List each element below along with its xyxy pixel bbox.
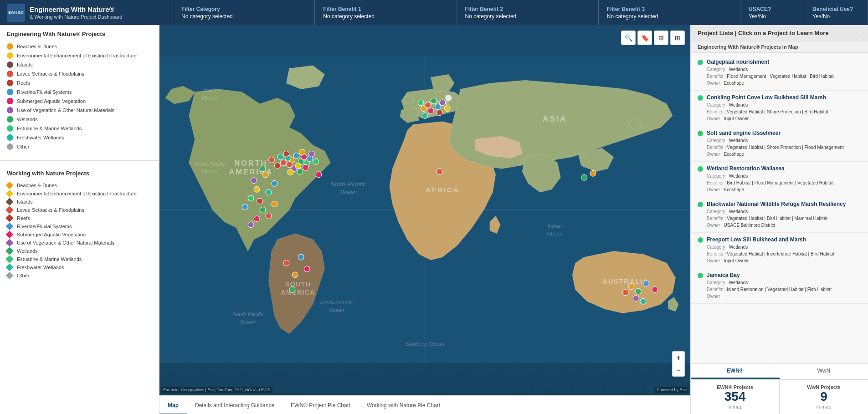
- project-item[interactable]: Conkling Point Cove Low Bulkhead Sill Ma…: [691, 91, 868, 126]
- projects-list: Galgeplaat nourishment Category | Wetlan…: [691, 53, 868, 363]
- legend-diamond: [6, 206, 14, 214]
- ewn-stats: EWN® Projects 354 in map: [691, 380, 780, 414]
- tab-ewn®-project-pie-chart[interactable]: EWN® Project Pie Chart: [282, 397, 359, 414]
- logo-subtitle: & Working with Nature Project Dashboard: [30, 14, 122, 20]
- legend-diamond: [6, 264, 14, 271]
- ewn-legend-item[interactable]: Freshwater Wetlands: [7, 133, 152, 142]
- wwn-legend-item[interactable]: Other: [7, 271, 152, 280]
- svg-point-77: [289, 286, 295, 292]
- svg-point-82: [437, 169, 442, 174]
- filter-filter-benefit3[interactable]: Filter Benefit 3No category selected: [599, 0, 740, 25]
- wwn-legend-item[interactable]: Submerged Aquatic Vegetation: [7, 230, 152, 239]
- logo: EWN GO Engineering With Nature® & Workin…: [0, 0, 173, 25]
- ewn-legend-item[interactable]: Use of Vegetation & Other Natural Materi…: [7, 106, 152, 115]
- svg-point-47: [268, 157, 274, 163]
- filter-filter-beneficial-use[interactable]: Beneficial Use?Yes/No: [804, 0, 868, 25]
- project-item[interactable]: Galgeplaat nourishment Category | Wetlan…: [691, 55, 868, 91]
- wwn-legend-item[interactable]: Wetlands: [7, 247, 152, 255]
- layers-button[interactable]: ⊞: [654, 31, 668, 45]
- wwn-section-title: Working with Nature Projects: [7, 170, 152, 177]
- wwn-legend-section: Working with Nature Projects Beaches & D…: [0, 164, 159, 285]
- legend-diamond: [6, 272, 14, 280]
- svg-point-41: [277, 154, 283, 160]
- wwn-legend-item[interactable]: Levee Setbacks & Floodplains: [7, 206, 152, 214]
- header: EWN GO Engineering With Nature® & Workin…: [0, 0, 868, 25]
- wwn-legend-item[interactable]: Use of Vegetation & Other Natural Materi…: [7, 239, 152, 247]
- wwn-legend-item[interactable]: Environmental Enhancement of Existing In…: [7, 189, 152, 198]
- zoom-in-button[interactable]: +: [672, 351, 685, 364]
- ewn-legend-item[interactable]: Submerged Aquatic Vegetation: [7, 97, 152, 106]
- legend-dot: [7, 71, 13, 77]
- wwn-legend-item[interactable]: Estuarine & Marine Wetlands: [7, 255, 152, 263]
- ewn-legend-item[interactable]: Environmental Enhancement of Existing In…: [7, 51, 152, 60]
- svg-point-45: [272, 180, 277, 186]
- legend-diamond: [6, 247, 14, 255]
- right-panel: Project Lists | Click on a Project to Le…: [690, 25, 868, 414]
- legend-dot: [7, 143, 13, 150]
- svg-point-65: [428, 108, 434, 114]
- wwn-legend-item[interactable]: Reefs: [7, 214, 152, 222]
- ewn-legend-item[interactable]: Other: [7, 142, 152, 151]
- svg-point-61: [431, 98, 437, 104]
- bookmark-button[interactable]: 🔖: [637, 31, 652, 45]
- legend-dot: [7, 52, 13, 59]
- legend-dot: [7, 134, 13, 141]
- project-item[interactable]: Freeport Low Sill Bulkhead and Marsh Cat…: [691, 233, 868, 268]
- legend-dot: [7, 116, 13, 123]
- svg-point-44: [263, 172, 269, 178]
- svg-point-56: [260, 207, 266, 213]
- tab-details-and-interacting-guidance[interactable]: Details and Interacting Guidance: [187, 397, 282, 414]
- ewn-legend-item[interactable]: Beaches & Dunes: [7, 42, 152, 51]
- ewn-section-title: Engineering With Nature® Projects: [7, 31, 152, 37]
- svg-point-85: [446, 95, 452, 101]
- filter-filter-category[interactable]: Filter CategoryNo category selected: [173, 0, 315, 25]
- ewn-legend-item[interactable]: Levee Setbacks & Floodplains: [7, 69, 152, 78]
- svg-text:Arctic: Arctic: [202, 87, 216, 93]
- project-item[interactable]: Wetland Restoration Wallasea Category | …: [691, 162, 868, 197]
- wwn-legend-item[interactable]: Beaches & Dunes: [7, 181, 152, 189]
- project-item[interactable]: Jamaica Bay Category | Wetlands Benefits…: [691, 268, 868, 304]
- svg-point-83: [581, 174, 587, 180]
- legend-dot: [7, 98, 13, 104]
- project-item[interactable]: Soft sand engine IJsselmeer Category | W…: [691, 126, 868, 162]
- map-container: NORTH AMERICA SOUTH AMERICA AFRICA ASIA …: [159, 25, 690, 414]
- project-name: Wetland Restoration Wallasea: [707, 165, 785, 172]
- wwn-legend-item[interactable]: Freshwater Wetlands: [7, 263, 152, 271]
- svg-point-84: [590, 170, 596, 176]
- zoom-out-button[interactable]: −: [672, 364, 685, 377]
- search-map-button[interactable]: 🔍: [621, 31, 636, 45]
- basemap-button[interactable]: ⊞: [670, 31, 685, 45]
- legend-dot: [7, 125, 13, 132]
- svg-point-38: [303, 164, 309, 170]
- project-status-dot: [698, 273, 703, 278]
- ewn-legend-item[interactable]: Wetlands: [7, 115, 152, 124]
- ewn-legend-item[interactable]: Riverine/Fluvial Systems: [7, 87, 152, 97]
- tab-map[interactable]: Map: [159, 397, 187, 414]
- ewn-legend-item[interactable]: Estuarine & Marine Wetlands: [7, 124, 152, 133]
- wwn-legend-item[interactable]: Riverine/Fluvial Systems: [7, 222, 152, 230]
- svg-point-72: [643, 281, 649, 286]
- ewn-legend-item[interactable]: Islands: [7, 60, 152, 69]
- svg-point-51: [266, 189, 272, 195]
- logo-title: Engineering With Nature®: [30, 5, 122, 14]
- filter-filter-benefit1[interactable]: Filter Benefit 1No category selected: [315, 0, 457, 25]
- ewn-legend-item[interactable]: Reefs: [7, 78, 152, 87]
- wwn-legend-item[interactable]: Islands: [7, 198, 152, 206]
- wwn-stat-sub: in map: [786, 404, 861, 409]
- svg-point-63: [421, 106, 426, 112]
- svg-point-75: [633, 296, 639, 302]
- zoom-controls: + −: [672, 351, 685, 377]
- project-item[interactable]: Blackwater National Wildlife Refuge Mars…: [691, 197, 868, 233]
- legend-diamond: [6, 239, 14, 247]
- svg-text:AUSTRALIA: AUSTRALIA: [602, 277, 648, 285]
- svg-point-50: [254, 186, 260, 192]
- filter-filter-benefit2[interactable]: Filter Benefit 2No category selected: [457, 0, 599, 25]
- legend-dot: [7, 61, 13, 68]
- filter-filter-usace[interactable]: USACE?Yes/No: [740, 0, 804, 25]
- ewn-tab[interactable]: EWN®: [691, 364, 780, 379]
- svg-point-70: [628, 284, 634, 290]
- svg-point-55: [242, 204, 248, 210]
- map-area[interactable]: NORTH AMERICA SOUTH AMERICA AFRICA ASIA …: [159, 25, 690, 395]
- wwn-tab[interactable]: WwN: [780, 364, 868, 379]
- tab-working-with-nature-pie-chart[interactable]: Working with Nature Pie Chart: [359, 397, 448, 414]
